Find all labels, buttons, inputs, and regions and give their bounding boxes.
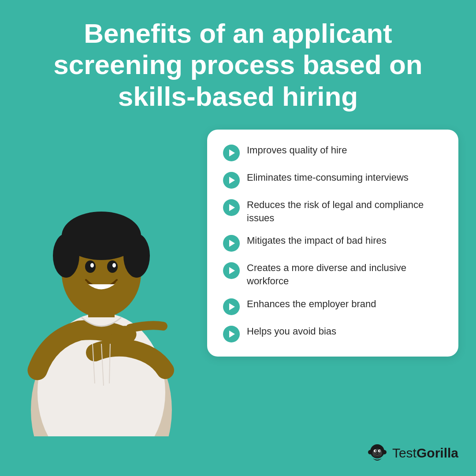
svg-point-10 (112, 263, 116, 268)
benefit-text: Improves quality of hire (247, 144, 347, 157)
brand-name-regular: Test (392, 446, 416, 460)
benefit-item: Mitigates the impact of bad hires (223, 234, 443, 252)
svg-point-5 (53, 234, 79, 278)
benefits-card: Improves quality of hireEliminates time-… (207, 130, 458, 357)
svg-point-13 (368, 450, 372, 454)
benefit-item: Improves quality of hire (223, 144, 443, 161)
svg-point-7 (85, 260, 96, 273)
benefit-text: Creates a more diverse and inclusive wor… (247, 261, 443, 287)
svg-point-22 (378, 453, 379, 454)
play-icon (223, 326, 240, 342)
play-icon (223, 235, 240, 252)
benefit-item: Reduces the risk of legal and compliance… (223, 198, 443, 224)
brand-name: TestGorilla (392, 446, 458, 461)
benefit-text: Mitigates the impact of bad hires (247, 234, 387, 247)
svg-point-14 (382, 450, 387, 454)
benefit-text: Helps you avoid bias (247, 325, 336, 338)
bottom-section: Improves quality of hireEliminates time-… (18, 130, 458, 463)
play-icon (223, 298, 240, 315)
benefit-item: Creates a more diverse and inclusive wor… (223, 261, 443, 287)
benefit-item: Helps you avoid bias (223, 325, 443, 342)
brand-name-bold: Gorilla (416, 446, 458, 460)
svg-point-6 (123, 234, 150, 278)
person-area (18, 130, 203, 463)
main-container: Benefits of an applicant screening proce… (0, 0, 476, 476)
play-icon (223, 145, 240, 161)
logo-icon (367, 443, 388, 464)
svg-point-21 (376, 453, 377, 454)
person-image (9, 145, 212, 436)
play-icon (223, 262, 240, 279)
svg-point-19 (379, 450, 380, 452)
play-icon (223, 199, 240, 216)
benefits-list: Improves quality of hireEliminates time-… (223, 144, 443, 342)
benefit-item: Eliminates time-consuming interviews (223, 171, 443, 189)
play-icon (223, 172, 240, 189)
page-title: Benefits of an applicant screening proce… (18, 18, 458, 112)
benefit-text: Enhances the employer brand (247, 298, 376, 311)
svg-point-18 (375, 450, 376, 452)
benefit-text: Reduces the risk of legal and compliance… (247, 198, 443, 224)
svg-point-8 (107, 260, 118, 273)
benefit-text: Eliminates time-consuming interviews (247, 171, 409, 184)
footer: TestGorilla (367, 443, 458, 464)
svg-point-9 (90, 263, 94, 268)
benefit-item: Enhances the employer brand (223, 298, 443, 315)
